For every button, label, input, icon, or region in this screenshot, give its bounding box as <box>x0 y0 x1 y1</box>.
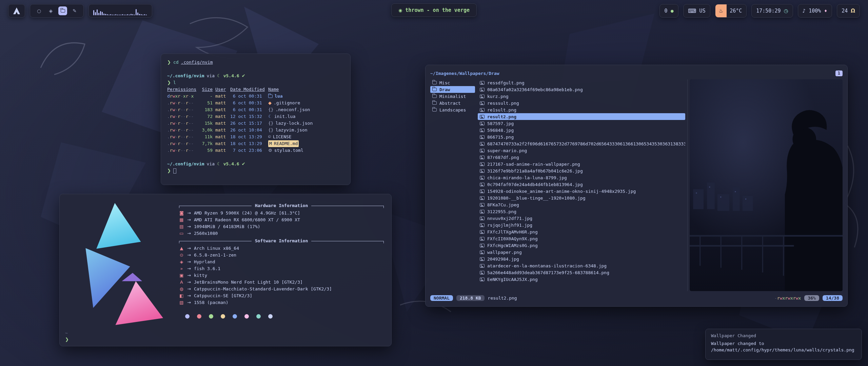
file-item[interactable]: 08a634fa02a32364f69ebc86a98eb1eb.png <box>478 86 685 93</box>
folder-icon <box>432 95 437 98</box>
perm-char: - <box>183 107 186 112</box>
file-item[interactable]: 587597.jpg <box>478 120 685 127</box>
sidebar-item-landscapes[interactable]: Landscapes <box>430 106 475 113</box>
perm-char: - <box>180 134 183 139</box>
file-item[interactable]: 19201080-__blue-tinge__-1920×1080.jpg <box>478 195 685 201</box>
file-item[interactable]: 8FKa7Cu.jpeg <box>478 201 685 208</box>
perm-char: x <box>790 296 793 301</box>
launcher-button[interactable] <box>8 4 25 18</box>
prompt-symbol: ❯ <box>167 167 171 174</box>
music-widget[interactable]: ◉ thrown - on the verge <box>391 3 477 17</box>
ls-file-row: .rw-r--r--51matt 6 oct 00:31◆.gitignore <box>167 100 344 106</box>
file-item[interactable]: 3126f7e9bbf21a8a4af0b67b041c6e26.jpg <box>478 167 685 174</box>
file-item[interactable]: 0c794faf07de24a4db4d4fb1eb813964.jpg <box>478 181 685 188</box>
workspace-4[interactable]: ✎ <box>70 6 79 15</box>
permissions: .rw-r--r-- <box>167 127 198 134</box>
file-item[interactable]: 866715.png <box>478 134 685 140</box>
sidebar-item-abstract[interactable]: Abstract <box>430 100 475 106</box>
perm-char: r <box>170 121 173 126</box>
viz-bar <box>117 15 118 15</box>
file-item[interactable]: FXfcII0X0AQyn9X.png <box>478 235 685 242</box>
file-item[interactable]: result2.png <box>478 113 685 120</box>
prompt-line[interactable]: ❯ <box>167 167 344 174</box>
sidebar-item-minimalist[interactable]: Minimalist <box>430 93 475 100</box>
file-item[interactable]: atardecer-en-la-montanas-ilustracion-634… <box>478 262 685 269</box>
perm-char: - <box>180 107 183 112</box>
file-size: 183 <box>200 106 213 113</box>
cwd-path: ~/.config/nvim <box>167 73 204 79</box>
file-item[interactable]: ressdfgult.png <box>478 79 685 86</box>
info-text: 10948MiB / 64183MiB (17%) <box>194 223 260 230</box>
image-file-icon <box>480 250 485 254</box>
perm-char: r <box>186 94 189 99</box>
music-status-icon: ◉ <box>398 8 402 13</box>
file-item[interactable]: 87r687df.png <box>478 154 685 161</box>
volume-module[interactable]: ♪ 100% ♦ <box>798 4 832 18</box>
file-item[interactable]: EeNKYgIUcAAJ5JX.png <box>478 276 685 283</box>
file-item[interactable]: 154928-odinokoe_anime-art-anime-okno-sin… <box>478 188 685 195</box>
fetch-info-row: ▭→868x366 <box>179 230 384 237</box>
file-item[interactable]: 68747470733a2f2f696d616765732d7769786d70… <box>478 140 685 147</box>
temperature-module[interactable]: ♨ 26°C <box>715 4 747 18</box>
arrow-icon: → <box>187 272 191 279</box>
file-item[interactable]: 217167-sad-anime-rain-wallpaper.png <box>478 161 685 167</box>
file-item[interactable]: nnvuv0xj2df71.jpg <box>478 215 685 222</box>
json-icon: {} <box>268 127 274 134</box>
file-item[interactable]: kurz.png <box>478 93 685 100</box>
file-name: EeNKYgIUcAAJ5JX.png <box>487 277 538 282</box>
notifications-module[interactable]: 24 Ω <box>837 4 860 18</box>
perm-char: r <box>170 127 173 133</box>
updates-module[interactable]: 0 ● <box>659 4 678 18</box>
viz-bar <box>131 14 132 15</box>
file-date: 7 oct 23:06 <box>230 147 265 154</box>
file-name: lua <box>275 93 282 100</box>
file-item[interactable]: rsjqojlmjhf91.jpg <box>478 222 685 228</box>
perm-char: x <box>183 94 186 99</box>
file-item[interactable]: 20492984.jpg <box>478 256 685 262</box>
fetch-info-row: ◙→AMD Ryzen 9 5900X (24) @ 4.9GHz [61.3°… <box>179 210 384 217</box>
file-name: lazy-lock.json <box>276 120 313 127</box>
sidebar-item-draw[interactable]: Draw <box>430 86 475 93</box>
file-item[interactable]: re1sult.png <box>478 106 685 113</box>
file-date: 6 oct 00:31 <box>230 100 265 106</box>
folder-icon <box>268 95 273 98</box>
perm-char: r <box>170 94 173 99</box>
file-item[interactable]: 3122955.png <box>478 208 685 215</box>
viz-bar <box>98 13 99 15</box>
tab-badge[interactable]: 1 <box>835 70 843 76</box>
sidebar-item-misc[interactable]: Misc <box>430 79 475 86</box>
viz-bar <box>108 15 110 15</box>
workspace-3[interactable] <box>58 6 67 15</box>
file-item[interactable]: 596848.jpg <box>478 127 685 134</box>
workspace-2[interactable]: ◈ <box>46 6 55 15</box>
shell-prompt[interactable]: ~ ❯ <box>65 330 69 343</box>
viz-bar <box>103 14 104 15</box>
notification-popup[interactable]: Wallpaper Changed Wallpaper changed to /… <box>705 329 862 360</box>
prompt-symbol: ❯ <box>65 336 69 343</box>
file-item[interactable]: FXfcHgcWIAMzs0G.png <box>478 242 685 249</box>
system-info-window: Hardware Information◙→AMD Ryzen 9 5900X … <box>59 194 392 346</box>
via-label: via <box>207 73 215 79</box>
json-icon: {} <box>268 120 274 127</box>
clock-module[interactable]: 17:50:29 ◷ <box>751 4 793 18</box>
file-date: 6 oct 00:31 <box>230 106 265 113</box>
workspace-1[interactable]: ○ <box>35 6 43 15</box>
file-name: atardecer-en-la-montanas-ilustracion-634… <box>487 263 607 268</box>
perm-char: - <box>183 121 186 126</box>
file-name: 20492984.jpg <box>487 257 519 262</box>
file-item[interactable]: 5a266e448add93deab367d87173e9f25-6837886… <box>478 269 685 276</box>
file-item[interactable]: super-mario.png <box>478 147 685 154</box>
fetch-info-row: A→JetBrainsMono Nerd Font Light 10 [GTK2… <box>179 279 384 286</box>
file-name: 587597.jpg <box>487 121 514 126</box>
image-file-icon <box>480 101 485 105</box>
file-name: rsjqojlmjhf91.jpg <box>487 223 532 228</box>
command-line[interactable]: ❯cd.config/nvim <box>167 59 344 66</box>
file-item[interactable]: wallpaper.png <box>478 249 685 256</box>
keyboard-layout-module[interactable]: ⌨ US <box>683 4 710 18</box>
viz-bar <box>132 14 133 15</box>
file-item[interactable]: resssult.png <box>478 100 685 106</box>
crystal-logo <box>67 201 169 327</box>
file-item[interactable]: chica-mirando-la-luna-8799.jpg <box>478 174 685 181</box>
info-icon: ▧ <box>179 299 184 306</box>
file-item[interactable]: FXfcJlTXgAMvH6R.png <box>478 228 685 235</box>
